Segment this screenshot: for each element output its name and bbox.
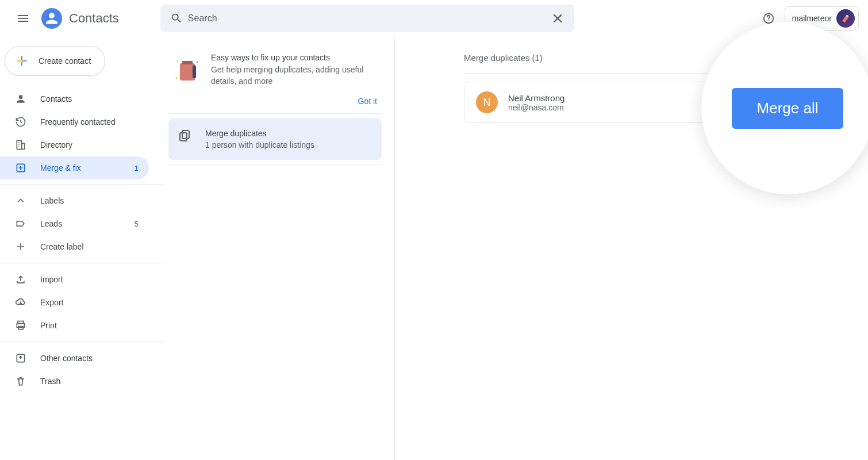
svg-point-10 xyxy=(177,60,179,62)
sidebar-item-print[interactable]: Print xyxy=(0,314,149,337)
suggestion-subtitle: Get help merging duplicates, adding usef… xyxy=(211,64,377,87)
sidebar-label: Create label xyxy=(40,242,84,251)
sidebar-labels-header[interactable]: Labels xyxy=(0,189,149,212)
svg-rect-4 xyxy=(22,144,25,150)
sidebar-label: Merge & fix xyxy=(40,163,81,172)
sidebar-label: Labels xyxy=(40,196,64,205)
sidebar-item-merge-fix[interactable]: Merge & fix 1 xyxy=(0,156,149,179)
sidebar-item-other-contacts[interactable]: Other contacts xyxy=(0,347,149,370)
label-icon xyxy=(15,218,26,229)
suggestion-banner: Easy ways to fix up your contacts Get he… xyxy=(168,46,382,114)
svg-rect-17 xyxy=(180,133,187,141)
plus-icon xyxy=(16,55,28,67)
create-contact-label: Create contact xyxy=(39,56,91,66)
avatar-primary: N xyxy=(476,91,498,113)
merge-fix-icon xyxy=(15,162,26,174)
building-icon xyxy=(15,139,26,151)
main-menu-button[interactable] xyxy=(9,5,37,32)
sidebar-item-leads[interactable]: Leads 5 xyxy=(0,212,149,235)
merge-duplicates-card[interactable]: Merge duplicates 1 person with duplicate… xyxy=(168,118,382,160)
hamburger-icon xyxy=(16,12,30,25)
merge-card-subtitle: 1 person with duplicate listings xyxy=(205,140,314,150)
duplicates-icon xyxy=(178,129,191,143)
svg-point-12 xyxy=(176,78,178,79)
got-it-button[interactable]: Got it xyxy=(358,97,377,106)
sidebar: Create contact Contacts Frequently conta… xyxy=(0,37,164,460)
sidebar-label: Frequently contacted xyxy=(40,117,116,126)
svg-rect-3 xyxy=(17,141,21,150)
merge-card-title: Merge duplicates xyxy=(205,129,314,138)
sidebar-item-create-label[interactable]: Create label xyxy=(0,235,149,258)
merge-all-button[interactable]: Merge all xyxy=(732,88,844,129)
sidebar-count: 1 xyxy=(135,164,139,172)
trash-icon xyxy=(15,375,26,387)
upload-icon xyxy=(15,274,26,285)
suggestion-title: Easy ways to fix up your contacts xyxy=(211,53,377,62)
close-icon xyxy=(552,12,564,25)
search-bar[interactable] xyxy=(160,5,574,32)
archive-icon xyxy=(15,352,26,364)
svg-point-11 xyxy=(197,62,198,63)
sidebar-item-frequently[interactable]: Frequently contacted xyxy=(0,110,149,133)
sidebar-label: Export xyxy=(40,298,63,307)
app-title: Contacts xyxy=(69,11,119,26)
sidebar-item-import[interactable]: Import xyxy=(0,268,149,291)
sidebar-item-export[interactable]: Export xyxy=(0,291,149,314)
history-icon xyxy=(15,116,26,128)
chevron-up-icon xyxy=(15,195,26,206)
svg-point-2 xyxy=(846,15,848,17)
sidebar-count: 5 xyxy=(135,220,139,228)
sidebar-item-directory[interactable]: Directory xyxy=(0,133,149,156)
magnified-highlight: Merge all xyxy=(701,22,868,194)
svg-point-1 xyxy=(768,21,769,21)
svg-rect-15 xyxy=(193,66,196,78)
suggestions-column: Easy ways to fix up your contacts Get he… xyxy=(164,37,395,460)
sidebar-label: Other contacts xyxy=(40,354,93,363)
sidebar-item-contacts[interactable]: Contacts xyxy=(0,87,149,110)
sidebar-label: Trash xyxy=(40,377,60,386)
sidebar-label: Leads xyxy=(40,219,62,228)
sidebar-label: Import xyxy=(40,275,63,284)
cloud-download-icon xyxy=(15,297,26,308)
sidebar-item-trash[interactable]: Trash xyxy=(0,370,149,393)
svg-rect-16 xyxy=(182,131,189,139)
account-avatar xyxy=(836,9,855,28)
person-icon xyxy=(15,93,26,105)
sidebar-label: Directory xyxy=(40,140,72,150)
suggestion-illustration xyxy=(173,56,201,84)
search-icon xyxy=(165,7,188,30)
sidebar-label: Print xyxy=(40,321,57,330)
sidebar-label: Contacts xyxy=(40,94,72,103)
plus-small-icon xyxy=(15,241,26,252)
account-label: mailmeteor xyxy=(792,14,832,23)
print-icon xyxy=(15,320,26,331)
search-clear-button[interactable] xyxy=(547,7,570,30)
search-input[interactable] xyxy=(188,13,547,24)
svg-rect-14 xyxy=(182,61,193,64)
app-logo xyxy=(41,8,62,29)
detail-column: Merge duplicates (1) N Neil Armstrong ne… xyxy=(395,37,868,460)
svg-rect-8 xyxy=(18,327,23,329)
create-contact-button[interactable]: Create contact xyxy=(5,46,105,76)
